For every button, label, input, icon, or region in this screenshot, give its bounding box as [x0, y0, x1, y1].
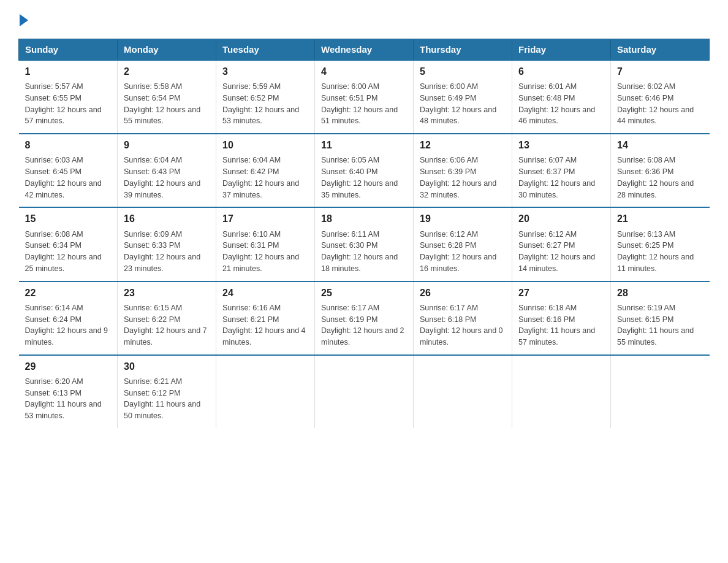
day-info: Sunrise: 6:11 AMSunset: 6:30 PMDaylight:…	[321, 229, 407, 275]
calendar-header: SundayMondayTuesdayWednesdayThursdayFrid…	[19, 39, 710, 61]
day-info: Sunrise: 6:09 AMSunset: 6:33 PMDaylight:…	[124, 229, 210, 275]
calendar-week-1: 1Sunrise: 5:57 AMSunset: 6:55 PMDaylight…	[19, 60, 710, 134]
calendar-cell: 1Sunrise: 5:57 AMSunset: 6:55 PMDaylight…	[19, 60, 118, 134]
day-info: Sunrise: 6:03 AMSunset: 6:45 PMDaylight:…	[25, 155, 112, 201]
calendar-week-4: 22Sunrise: 6:14 AMSunset: 6:24 PMDayligh…	[19, 282, 710, 355]
day-number: 7	[617, 64, 703, 79]
calendar-cell: 30Sunrise: 6:21 AMSunset: 6:12 PMDayligh…	[118, 355, 216, 428]
day-info: Sunrise: 6:19 AMSunset: 6:15 PMDaylight:…	[617, 302, 703, 348]
day-number: 4	[321, 64, 407, 79]
calendar-table: SundayMondayTuesdayWednesdayThursdayFrid…	[18, 39, 710, 428]
day-info: Sunrise: 6:00 AMSunset: 6:51 PMDaylight:…	[321, 81, 407, 127]
calendar-cell: 15Sunrise: 6:08 AMSunset: 6:34 PMDayligh…	[19, 207, 118, 281]
day-info: Sunrise: 6:01 AMSunset: 6:48 PMDaylight:…	[518, 81, 604, 127]
weekday-header-sunday: Sunday	[19, 39, 118, 61]
day-number: 15	[25, 212, 112, 226]
day-info: Sunrise: 5:57 AMSunset: 6:55 PMDaylight:…	[25, 81, 112, 127]
day-number: 13	[518, 138, 604, 152]
day-number: 29	[25, 359, 112, 373]
calendar-week-5: 29Sunrise: 6:20 AMSunset: 6:13 PMDayligh…	[19, 355, 710, 428]
calendar-cell: 5Sunrise: 6:00 AMSunset: 6:49 PMDaylight…	[414, 60, 512, 134]
calendar-cell: 25Sunrise: 6:17 AMSunset: 6:19 PMDayligh…	[315, 282, 414, 355]
day-number: 6	[518, 64, 604, 79]
page-header	[18, 12, 710, 26]
calendar-cell: 10Sunrise: 6:04 AMSunset: 6:42 PMDayligh…	[216, 134, 315, 207]
calendar-cell: 9Sunrise: 6:04 AMSunset: 6:43 PMDaylight…	[118, 134, 216, 207]
day-number: 27	[518, 286, 604, 300]
day-info: Sunrise: 6:12 AMSunset: 6:27 PMDaylight:…	[518, 229, 604, 275]
calendar-week-3: 15Sunrise: 6:08 AMSunset: 6:34 PMDayligh…	[19, 207, 710, 281]
day-number: 9	[124, 138, 210, 152]
calendar-cell: 4Sunrise: 6:00 AMSunset: 6:51 PMDaylight…	[315, 60, 414, 134]
day-number: 3	[222, 64, 308, 79]
day-number: 14	[617, 138, 703, 152]
day-info: Sunrise: 6:06 AMSunset: 6:39 PMDaylight:…	[420, 155, 506, 201]
day-number: 5	[420, 64, 506, 79]
day-info: Sunrise: 6:17 AMSunset: 6:19 PMDaylight:…	[321, 302, 407, 348]
day-info: Sunrise: 6:18 AMSunset: 6:16 PMDaylight:…	[518, 302, 604, 348]
day-info: Sunrise: 6:21 AMSunset: 6:12 PMDaylight:…	[124, 376, 210, 422]
day-info: Sunrise: 6:12 AMSunset: 6:28 PMDaylight:…	[420, 229, 506, 275]
day-info: Sunrise: 6:14 AMSunset: 6:24 PMDaylight:…	[25, 302, 112, 348]
calendar-cell: 12Sunrise: 6:06 AMSunset: 6:39 PMDayligh…	[414, 134, 512, 207]
day-number: 25	[321, 286, 407, 300]
day-number: 11	[321, 138, 407, 152]
day-number: 10	[222, 138, 308, 152]
day-number: 1	[25, 64, 112, 79]
day-number: 12	[420, 138, 506, 152]
day-info: Sunrise: 6:08 AMSunset: 6:36 PMDaylight:…	[617, 155, 703, 201]
day-number: 16	[124, 212, 210, 226]
calendar-cell: 13Sunrise: 6:07 AMSunset: 6:37 PMDayligh…	[512, 134, 611, 207]
day-number: 8	[25, 138, 112, 152]
calendar-body: 1Sunrise: 5:57 AMSunset: 6:55 PMDaylight…	[19, 60, 710, 428]
day-number: 22	[25, 286, 112, 300]
calendar-cell: 21Sunrise: 6:13 AMSunset: 6:25 PMDayligh…	[611, 207, 710, 281]
calendar-cell: 29Sunrise: 6:20 AMSunset: 6:13 PMDayligh…	[19, 355, 118, 428]
calendar-cell	[512, 355, 611, 428]
day-number: 2	[124, 64, 210, 79]
weekday-header-wednesday: Wednesday	[315, 39, 414, 61]
day-number: 19	[420, 212, 506, 226]
day-number: 20	[518, 212, 604, 226]
calendar-cell: 27Sunrise: 6:18 AMSunset: 6:16 PMDayligh…	[512, 282, 611, 355]
day-info: Sunrise: 6:20 AMSunset: 6:13 PMDaylight:…	[25, 376, 112, 422]
day-info: Sunrise: 6:17 AMSunset: 6:18 PMDaylight:…	[420, 302, 506, 348]
calendar-cell: 16Sunrise: 6:09 AMSunset: 6:33 PMDayligh…	[118, 207, 216, 281]
logo-triangle-icon	[20, 14, 28, 26]
day-info: Sunrise: 6:15 AMSunset: 6:22 PMDaylight:…	[124, 302, 210, 348]
day-info: Sunrise: 6:00 AMSunset: 6:49 PMDaylight:…	[420, 81, 506, 127]
weekday-header-tuesday: Tuesday	[216, 39, 315, 61]
day-info: Sunrise: 6:04 AMSunset: 6:43 PMDaylight:…	[124, 155, 210, 201]
calendar-cell: 26Sunrise: 6:17 AMSunset: 6:18 PMDayligh…	[414, 282, 512, 355]
day-info: Sunrise: 6:10 AMSunset: 6:31 PMDaylight:…	[222, 229, 308, 275]
calendar-cell: 20Sunrise: 6:12 AMSunset: 6:27 PMDayligh…	[512, 207, 611, 281]
calendar-cell: 14Sunrise: 6:08 AMSunset: 6:36 PMDayligh…	[611, 134, 710, 207]
calendar-cell: 3Sunrise: 5:59 AMSunset: 6:52 PMDaylight…	[216, 60, 315, 134]
calendar-cell	[611, 355, 710, 428]
calendar-cell: 28Sunrise: 6:19 AMSunset: 6:15 PMDayligh…	[611, 282, 710, 355]
day-info: Sunrise: 6:05 AMSunset: 6:40 PMDaylight:…	[321, 155, 407, 201]
calendar-cell: 6Sunrise: 6:01 AMSunset: 6:48 PMDaylight…	[512, 60, 611, 134]
calendar-week-2: 8Sunrise: 6:03 AMSunset: 6:45 PMDaylight…	[19, 134, 710, 207]
day-number: 26	[420, 286, 506, 300]
calendar-cell: 8Sunrise: 6:03 AMSunset: 6:45 PMDaylight…	[19, 134, 118, 207]
logo	[18, 12, 28, 26]
calendar-cell	[414, 355, 512, 428]
day-info: Sunrise: 5:59 AMSunset: 6:52 PMDaylight:…	[222, 81, 308, 127]
day-info: Sunrise: 6:13 AMSunset: 6:25 PMDaylight:…	[617, 229, 703, 275]
day-number: 30	[124, 359, 210, 373]
calendar-cell	[315, 355, 414, 428]
day-number: 18	[321, 212, 407, 226]
day-number: 28	[617, 286, 703, 300]
day-info: Sunrise: 5:58 AMSunset: 6:54 PMDaylight:…	[124, 81, 210, 127]
day-number: 21	[617, 212, 703, 226]
calendar-cell	[216, 355, 315, 428]
day-number: 23	[124, 286, 210, 300]
calendar-cell: 19Sunrise: 6:12 AMSunset: 6:28 PMDayligh…	[414, 207, 512, 281]
day-info: Sunrise: 6:07 AMSunset: 6:37 PMDaylight:…	[518, 155, 604, 201]
calendar-cell: 2Sunrise: 5:58 AMSunset: 6:54 PMDaylight…	[118, 60, 216, 134]
weekday-header-row: SundayMondayTuesdayWednesdayThursdayFrid…	[19, 39, 710, 61]
day-info: Sunrise: 6:16 AMSunset: 6:21 PMDaylight:…	[222, 302, 308, 348]
day-info: Sunrise: 6:02 AMSunset: 6:46 PMDaylight:…	[617, 81, 703, 127]
day-info: Sunrise: 6:08 AMSunset: 6:34 PMDaylight:…	[25, 229, 112, 275]
